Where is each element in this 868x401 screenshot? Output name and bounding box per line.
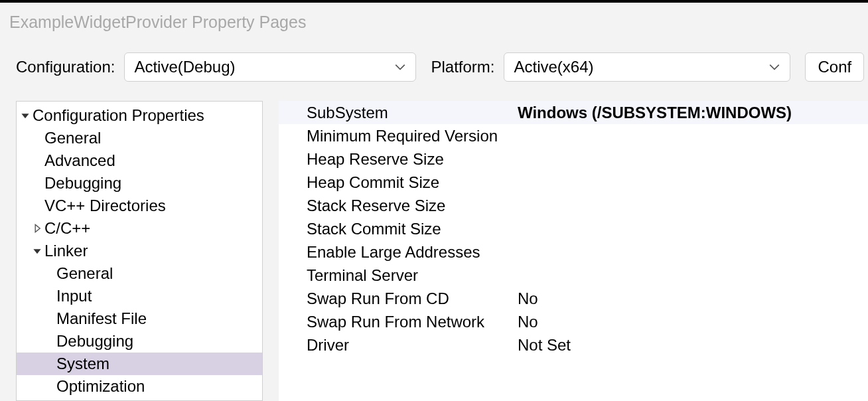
tree-label: C/C++ — [44, 219, 90, 238]
property-pages-window: ExampleWidgetProvider Property Pages Con… — [0, 0, 868, 401]
prop-stack-commit-size[interactable]: Stack Commit Size — [279, 217, 868, 240]
tree-item-linker-system[interactable]: System — [17, 353, 262, 375]
prop-label: Stack Reserve Size — [279, 197, 518, 215]
toolbar: Configuration: Active(Debug) Platform: A… — [0, 41, 868, 93]
prop-stack-reserve-size[interactable]: Stack Reserve Size — [279, 194, 868, 217]
window-title: ExampleWidgetProvider Property Pages — [9, 13, 306, 32]
prop-label: Enable Large Addresses — [279, 243, 518, 262]
tree-item-linker-general[interactable]: General — [17, 262, 262, 285]
content-area: Configuration Properties General Advance… — [0, 93, 868, 401]
tree-item-config-properties[interactable]: Configuration Properties — [17, 104, 262, 127]
platform-label: Platform: — [431, 58, 494, 76]
prop-terminal-server[interactable]: Terminal Server — [279, 264, 868, 287]
property-grid: SubSystem Windows (/SUBSYSTEM:WINDOWS) M… — [279, 101, 868, 401]
tree-item-linker-debugging[interactable]: Debugging — [17, 330, 262, 353]
prop-value[interactable]: Not Set — [518, 336, 868, 355]
tree-label: VC++ Directories — [44, 197, 166, 215]
tree-label: Optimization — [56, 377, 145, 396]
tree-label: Manifest File — [56, 309, 147, 328]
tree-label: General — [56, 264, 113, 283]
tree-label: Debugging — [44, 174, 121, 193]
caret-right-icon — [33, 224, 42, 233]
prop-label: Driver — [279, 336, 518, 355]
caret-down-icon — [21, 111, 30, 120]
prop-label: Heap Commit Size — [279, 173, 518, 192]
tree-label: Advanced — [44, 151, 115, 170]
configuration-manager-label: Conf — [818, 58, 851, 76]
tree-item-debugging[interactable]: Debugging — [17, 172, 262, 195]
platform-dropdown[interactable]: Active(x64) — [504, 52, 790, 82]
prop-driver[interactable]: Driver Not Set — [279, 333, 868, 357]
caret-down-icon — [33, 246, 42, 256]
prop-swap-run-from-network[interactable]: Swap Run From Network No — [279, 310, 868, 333]
prop-label: SubSystem — [279, 104, 518, 122]
prop-label: Swap Run From CD — [279, 289, 518, 308]
prop-label: Minimum Required Version — [279, 127, 518, 145]
tree-label: System — [56, 355, 109, 373]
prop-label: Heap Reserve Size — [279, 150, 518, 169]
tree-item-advanced[interactable]: Advanced — [17, 149, 262, 172]
tree-item-general[interactable]: General — [17, 127, 262, 149]
tree-item-ccpp[interactable]: C/C++ — [17, 217, 262, 240]
prop-enable-large-addresses[interactable]: Enable Large Addresses — [279, 240, 868, 264]
tree-label: Linker — [44, 242, 88, 260]
configuration-label: Configuration: — [16, 58, 115, 76]
tree-label: General — [44, 129, 101, 147]
prop-value[interactable]: No — [518, 289, 868, 308]
prop-label: Terminal Server — [279, 266, 518, 285]
prop-heap-commit-size[interactable]: Heap Commit Size — [279, 171, 868, 194]
configuration-dropdown[interactable]: Active(Debug) — [124, 52, 416, 82]
tree-item-linker-optimization[interactable]: Optimization — [17, 375, 262, 398]
platform-value: Active(x64) — [514, 58, 593, 76]
tree-label: Input — [56, 287, 92, 305]
tree-label: Debugging — [56, 332, 133, 351]
prop-subsystem[interactable]: SubSystem Windows (/SUBSYSTEM:WINDOWS) — [279, 101, 868, 124]
prop-min-required-version[interactable]: Minimum Required Version — [279, 124, 868, 147]
prop-heap-reserve-size[interactable]: Heap Reserve Size — [279, 147, 868, 171]
tree-label: Configuration Properties — [33, 106, 204, 125]
tree-item-linker-input[interactable]: Input — [17, 285, 262, 307]
chevron-down-icon — [768, 61, 780, 73]
prop-swap-run-from-cd[interactable]: Swap Run From CD No — [279, 287, 868, 310]
chevron-down-icon — [394, 61, 406, 73]
configuration-manager-button[interactable]: Conf — [805, 52, 864, 82]
prop-value[interactable]: Windows (/SUBSYSTEM:WINDOWS) — [518, 104, 868, 122]
navigation-tree[interactable]: Configuration Properties General Advance… — [16, 101, 263, 401]
tree-item-linker-manifest-file[interactable]: Manifest File — [17, 307, 262, 330]
configuration-value: Active(Debug) — [134, 58, 235, 76]
prop-label: Stack Commit Size — [279, 220, 518, 238]
tree-item-vcpp-directories[interactable]: VC++ Directories — [17, 195, 262, 217]
tree-item-linker[interactable]: Linker — [17, 240, 262, 262]
prop-label: Swap Run From Network — [279, 313, 518, 331]
prop-value[interactable]: No — [518, 313, 868, 331]
titlebar: ExampleWidgetProvider Property Pages — [0, 3, 868, 41]
